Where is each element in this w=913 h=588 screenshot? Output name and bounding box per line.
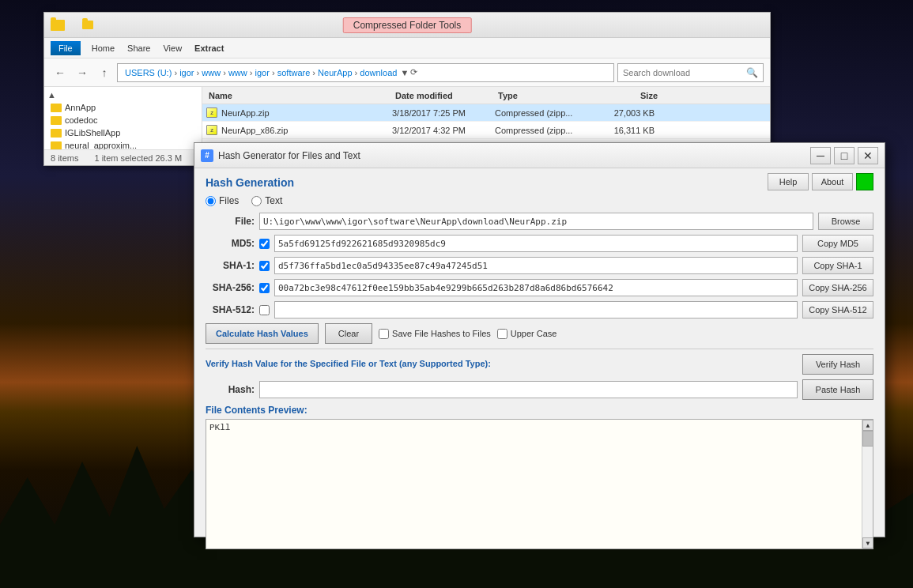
sidebar-item-annapp[interactable]: AnnApp — [47, 101, 198, 114]
copy-sha1-button[interactable]: Copy SHA-1 — [802, 257, 873, 274]
radio-text[interactable] — [251, 196, 262, 206]
address-part-neurapp[interactable]: NeurApp — [318, 68, 352, 77]
address-text: USERS (U:) › igor › www › www › igor › s… — [123, 68, 397, 77]
status-selected: 1 item selected 26.3 M — [94, 153, 182, 163]
sha256-label: SHA-256: — [206, 282, 255, 293]
paste-hash-button[interactable]: Paste Hash — [802, 379, 873, 400]
hash-close-button[interactable]: ✕ — [858, 147, 878, 164]
preview-content: PKll — [209, 423, 230, 432]
hash-dialog-title: Hash Generator for Files and Text — [218, 150, 810, 161]
hash-dialog: # Hash Generator for Files and Text ─ □ … — [194, 142, 885, 537]
file-path-input[interactable] — [259, 213, 813, 230]
scroll-down-button[interactable]: ▼ — [862, 537, 873, 548]
share-tab[interactable]: Share — [121, 41, 157, 55]
address-part-www[interactable]: www — [202, 68, 221, 77]
sha256-checkbox[interactable] — [259, 283, 270, 293]
about-button[interactable]: About — [812, 173, 853, 190]
folder-icon-neural-approx — [51, 141, 62, 150]
radio-text-label[interactable]: Text — [251, 195, 282, 206]
hash-dialog-body: Help About Hash Generation Files Text Fi… — [194, 168, 885, 557]
file-list-header: Name Date modified Type Size — [202, 87, 770, 104]
md5-value-input[interactable] — [274, 235, 798, 252]
file-row-neurapp-zip[interactable]: Z NeurApp.zip 3/18/2017 7:25 PM Compress… — [202, 104, 770, 122]
help-button[interactable]: Help — [768, 173, 809, 190]
verify-hash-button[interactable]: Verify Hash — [802, 354, 873, 375]
uppercase-checkbox[interactable] — [497, 329, 507, 339]
folder-icon-annapp — [51, 104, 62, 112]
col-header-type: Type — [498, 91, 601, 100]
copy-sha512-button[interactable]: Copy SHA-512 — [802, 301, 873, 318]
save-hashes-label[interactable]: Save File Hashes to Files — [379, 329, 491, 339]
zip-file-icon-2: Z — [206, 125, 218, 136]
address-part-users[interactable]: USERS (U:) — [125, 68, 172, 77]
hash-maximize-button[interactable]: □ — [834, 147, 855, 164]
folder-icon-2 — [82, 21, 93, 29]
browse-button[interactable]: Browse — [818, 213, 873, 230]
sidebar-item-iglibshellapp[interactable]: IGLibShellApp — [47, 126, 198, 139]
hash-dialog-icon: # — [201, 149, 213, 162]
file-tab[interactable]: File — [51, 41, 81, 55]
radio-group: Files Text — [206, 195, 873, 206]
explorer-titlebar: ▼ Compressed Folder Tools U:\igor\www\ww… — [44, 13, 770, 38]
address-dropdown[interactable]: ▼ — [400, 68, 409, 77]
sidebar-item-codedoc[interactable]: codedoc — [47, 114, 198, 126]
divider — [206, 349, 873, 349]
sha1-value-input[interactable] — [274, 257, 798, 274]
search-input[interactable] — [623, 68, 746, 77]
file-row-neurapp-x86-zip[interactable]: Z NeurApp_x86.zip 3/12/2017 4:32 PM Comp… — [202, 122, 770, 139]
preview-scrollbar[interactable]: ▲ ▼ — [862, 420, 873, 548]
hash-dialog-controls: ─ □ ✕ — [810, 147, 878, 164]
col-header-size: Size — [601, 91, 664, 100]
status-item-count: 8 items — [51, 153, 78, 163]
scroll-up-area: ▲ — [47, 90, 198, 100]
hash-label: Hash: — [206, 384, 255, 395]
zip-file-icon-1: Z — [206, 107, 218, 119]
verify-title: Verify Hash Value for the Specified File… — [206, 359, 802, 368]
sha512-label: SHA-512: — [206, 304, 255, 315]
address-part-www2[interactable]: www — [228, 68, 247, 77]
md5-checkbox[interactable] — [259, 239, 270, 249]
sha512-value-input[interactable] — [274, 301, 798, 318]
forward-button[interactable]: → — [73, 63, 92, 82]
ribbon-tabs: File Home Share View Extract — [44, 38, 770, 58]
explorer-toolbar: ← → ↑ USERS (U:) › igor › www › www › ig… — [44, 58, 770, 87]
view-tab[interactable]: View — [157, 41, 188, 55]
action-row: Calculate Hash Values Clear Save File Ha… — [206, 323, 873, 344]
uppercase-label[interactable]: Upper Case — [497, 329, 557, 339]
up-button[interactable]: ↑ — [95, 63, 114, 82]
hash-verify-input[interactable] — [259, 381, 798, 398]
sha1-label: SHA-1: — [206, 260, 255, 271]
address-part-software[interactable]: software — [277, 68, 311, 77]
refresh-button[interactable]: ⟳ — [410, 67, 417, 77]
verify-section: Verify Hash Value for the Specified File… — [206, 354, 873, 375]
radio-files[interactable] — [206, 196, 216, 206]
sha1-checkbox[interactable] — [259, 261, 270, 271]
help-about-area: Help About — [768, 173, 873, 190]
sha512-checkbox[interactable] — [259, 305, 270, 315]
radio-files-label[interactable]: Files — [206, 195, 239, 206]
copy-sha256-button[interactable]: Copy SHA-256 — [802, 279, 873, 296]
file-path-row: File: Browse — [206, 213, 873, 230]
sha512-row: SHA-512: Copy SHA-512 — [206, 301, 873, 318]
col-header-name: Name — [206, 91, 395, 100]
extract-tab[interactable]: Extract — [188, 41, 230, 55]
address-bar[interactable]: USERS (U:) › igor › www › www › igor › s… — [117, 63, 614, 82]
search-box[interactable]: 🔍 — [617, 63, 764, 82]
clear-button[interactable]: Clear — [325, 323, 372, 344]
hash-dialog-titlebar: # Hash Generator for Files and Text ─ □ … — [194, 143, 885, 168]
folder-icon-codedoc — [51, 116, 62, 125]
address-part-download[interactable]: download — [360, 68, 397, 77]
copy-md5-button[interactable]: Copy MD5 — [802, 235, 873, 252]
address-part-igor2[interactable]: igor — [255, 68, 270, 77]
hash-input-row: Hash: Paste Hash — [206, 379, 873, 400]
sha256-value-input[interactable] — [274, 279, 798, 296]
address-part-igor[interactable]: igor — [179, 68, 194, 77]
scroll-thumb[interactable] — [862, 431, 873, 447]
scroll-up-button[interactable]: ▲ — [862, 420, 873, 431]
save-hashes-checkbox[interactable] — [379, 329, 389, 339]
back-button[interactable]: ← — [51, 63, 70, 82]
calculate-hash-button[interactable]: Calculate Hash Values — [206, 323, 319, 344]
hash-minimize-button[interactable]: ─ — [810, 147, 831, 164]
home-tab[interactable]: Home — [85, 41, 121, 55]
md5-row: MD5: Copy MD5 — [206, 235, 873, 252]
